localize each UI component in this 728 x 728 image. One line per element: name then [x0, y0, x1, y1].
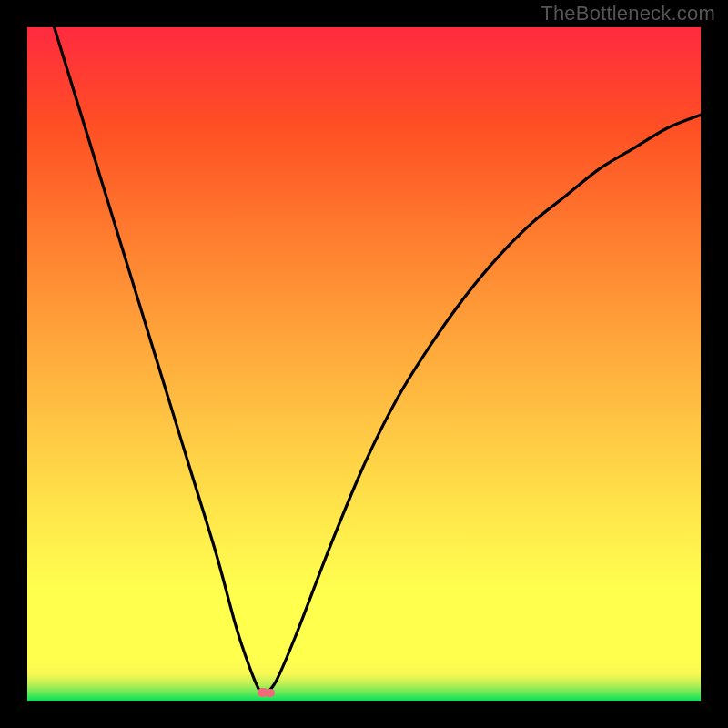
watermark-text: TheBottleneck.com [541, 2, 715, 25]
bottleneck-curve [55, 27, 701, 693]
plot-area [27, 27, 701, 701]
curve-svg [27, 27, 701, 701]
chart-frame: TheBottleneck.com [0, 0, 728, 728]
